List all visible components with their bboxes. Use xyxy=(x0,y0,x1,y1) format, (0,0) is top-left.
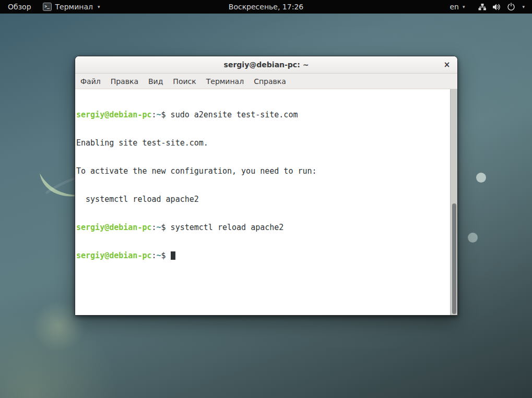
clock-label[interactable]: Воскресенье, 17:26 xyxy=(229,3,303,11)
keyboard-layout-label: en xyxy=(450,3,459,11)
prompt-path: ~ xyxy=(157,251,161,260)
activities-button[interactable]: Обзор xyxy=(6,2,33,12)
menu-search[interactable]: Поиск xyxy=(172,76,196,87)
app-menu-button[interactable]: >_ Терминал ▾ xyxy=(43,3,100,11)
prompt-user-host: sergiy@debian-pc xyxy=(76,110,152,119)
close-button[interactable]: × xyxy=(441,59,453,70)
prompt-dollar: $ xyxy=(161,251,166,260)
terminal-content-area[interactable]: sergiy@debian-pc:~$ sudo a2ensite test-s… xyxy=(75,89,457,315)
prompt-colon: : xyxy=(152,110,157,119)
terminal-window: sergiy@debian-pc: ~ × Файл Правка Вид По… xyxy=(75,56,458,316)
scrollbar-thumb[interactable] xyxy=(452,203,456,314)
window-titlebar[interactable]: sergiy@debian-pc: ~ × xyxy=(75,56,457,74)
wired-network-icon xyxy=(478,3,487,11)
prompt-dollar: $ xyxy=(161,110,166,119)
terminal-line: sergiy@debian-pc:~$ systemctl reload apa… xyxy=(76,223,449,232)
chevron-down-icon: ▾ xyxy=(522,4,525,9)
prompt-path: ~ xyxy=(157,110,161,119)
menu-bar: Файл Правка Вид Поиск Терминал Справка xyxy=(75,74,457,89)
terminal-line: sergiy@debian-pc:~$ sudo a2ensite test-s… xyxy=(76,110,449,119)
power-icon xyxy=(507,3,515,11)
prompt-colon: : xyxy=(152,251,157,260)
app-menu-label: Терминал xyxy=(55,3,93,11)
menu-terminal[interactable]: Терминал xyxy=(206,76,244,87)
prompt-colon: : xyxy=(152,223,157,232)
command-text: sudo a2ensite test-site.com xyxy=(166,110,298,119)
top-bar: Обзор >_ Терминал ▾ Воскресенье, 17:26 e… xyxy=(0,0,532,14)
scrollbar-track[interactable] xyxy=(450,89,457,315)
menu-file[interactable]: Файл xyxy=(80,76,101,87)
prompt-user-host: sergiy@debian-pc xyxy=(76,251,152,260)
terminal-cursor xyxy=(171,251,175,260)
chevron-down-icon: ▾ xyxy=(98,4,100,9)
terminal-line: systemctl reload apache2 xyxy=(76,195,449,204)
wallpaper-dot-decoration xyxy=(476,173,486,183)
prompt-user-host: sergiy@debian-pc xyxy=(76,223,152,232)
keyboard-layout-indicator[interactable]: en ▾ xyxy=(450,3,465,11)
prompt-dollar: $ xyxy=(161,223,166,232)
terminal-text: sergiy@debian-pc:~$ sudo a2ensite test-s… xyxy=(75,89,450,315)
menu-help[interactable]: Справка xyxy=(253,76,287,87)
terminal-line: Enabling site test-site.com. xyxy=(76,138,449,148)
chevron-down-icon: ▾ xyxy=(463,4,465,9)
command-text: systemctl reload apache2 xyxy=(166,223,284,232)
output-text: To activate the new configuration, you n… xyxy=(76,166,317,176)
terminal-line: To activate the new configuration, you n… xyxy=(76,166,449,176)
terminal-line: sergiy@debian-pc:~$ xyxy=(76,251,449,260)
menu-view[interactable]: Вид xyxy=(148,76,163,87)
menu-edit[interactable]: Правка xyxy=(110,76,139,87)
terminal-app-icon: >_ xyxy=(43,3,52,11)
output-text: systemctl reload apache2 xyxy=(76,195,199,204)
wallpaper-dot-decoration xyxy=(468,233,478,243)
system-status-area[interactable]: ▾ xyxy=(478,3,525,11)
prompt-path: ~ xyxy=(157,223,161,232)
window-title: sergiy@debian-pc: ~ xyxy=(224,61,309,69)
output-text: Enabling site test-site.com. xyxy=(76,138,208,148)
volume-icon xyxy=(492,3,501,11)
